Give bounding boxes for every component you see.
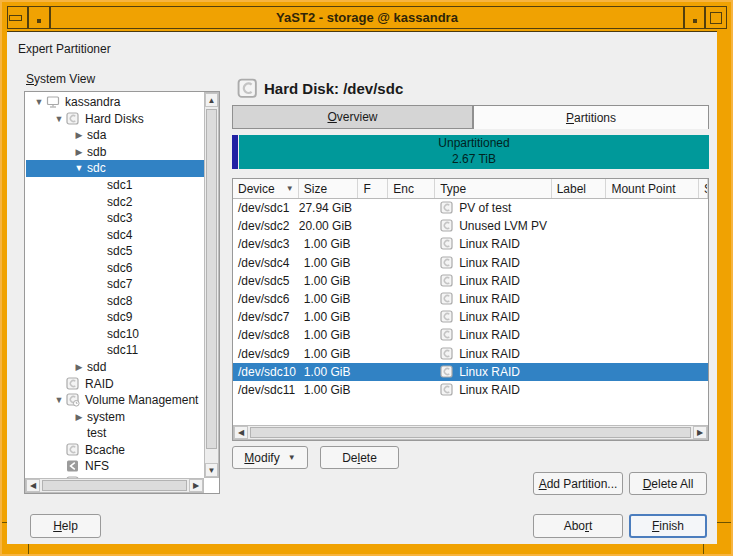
table-row--dev-sdc4[interactable]: /dev/sdc41.00 GiBLinux RAID xyxy=(233,254,708,272)
table-row--dev-sdc6[interactable]: /dev/sdc61.00 GiBLinux RAID xyxy=(233,290,708,308)
tab-partitions[interactable]: Partitions xyxy=(473,105,709,129)
collapse-arrow-icon[interactable]: ▼ xyxy=(52,114,66,124)
table-hscroll-thumb[interactable] xyxy=(250,427,691,438)
delete-all-button-label: Delete All xyxy=(643,477,694,491)
table-row--dev-sdc7[interactable]: /dev/sdc71.00 GiBLinux RAID xyxy=(233,308,708,326)
tree-item-bcache[interactable]: Bcache xyxy=(26,441,204,458)
scroll-right-arrow[interactable]: ▶ xyxy=(693,426,707,439)
window-menu-button[interactable] xyxy=(28,6,50,29)
table-hscrollbar[interactable]: ◀ ▶ xyxy=(233,425,708,440)
delete-button[interactable]: Delete xyxy=(320,446,399,469)
column-header-type[interactable]: Type xyxy=(435,179,551,198)
abort-button[interactable]: Abort xyxy=(533,514,623,538)
tree-item-hard-disks[interactable]: ▼Hard Disks xyxy=(26,111,204,128)
expand-arrow-icon[interactable]: ▶ xyxy=(72,147,86,157)
column-header-label: Device xyxy=(238,182,275,196)
tree-vscroll-thumb[interactable] xyxy=(206,109,217,449)
tree-item-sdc4[interactable]: sdc4 xyxy=(26,226,204,243)
modify-button[interactable]: Modify ▼ xyxy=(232,446,308,469)
column-header-label[interactable]: Label xyxy=(552,179,607,198)
help-button[interactable]: Help xyxy=(30,514,101,538)
column-header-size[interactable]: Size xyxy=(299,179,359,198)
column-header-enc[interactable]: Enc xyxy=(388,179,435,198)
cell-device: /dev/sdc3 xyxy=(233,237,299,251)
tree-item-sdc[interactable]: ▼sdc xyxy=(26,160,204,177)
expand-arrow-icon[interactable]: ▶ xyxy=(72,130,86,140)
titlebar[interactable]: YaST2 - storage @ kassandra xyxy=(50,6,684,29)
disk-icon xyxy=(440,328,454,342)
column-header-s[interactable]: S xyxy=(699,179,708,198)
tree-item-sdd[interactable]: ▶sdd xyxy=(26,359,204,376)
table-row--dev-sdc11[interactable]: /dev/sdc111.00 GiBLinux RAID xyxy=(233,381,708,399)
finish-button-label: Finish xyxy=(652,519,684,533)
tree-hscroll-thumb[interactable] xyxy=(42,480,187,491)
system-view-tree[interactable]: ▼kassandra▼Hard Disks▶sda▶sdb▼sdcsdc1sdc… xyxy=(24,91,220,494)
tree-item-volume-management[interactable]: ▼Volume Management xyxy=(26,392,204,409)
table-row--dev-sdc9[interactable]: /dev/sdc91.00 GiBLinux RAID xyxy=(233,345,708,363)
cell-type: Linux RAID xyxy=(435,328,551,342)
table-row--dev-sdc5[interactable]: /dev/sdc51.00 GiBLinux RAID xyxy=(233,272,708,290)
tree-item-sdc3[interactable]: sdc3 xyxy=(26,210,204,227)
tree-item-sdc9[interactable]: sdc9 xyxy=(26,309,204,326)
expand-arrow-icon[interactable]: ▶ xyxy=(72,412,86,422)
window-title: YaST2 - storage @ kassandra xyxy=(276,10,458,25)
tree-item-sdc7[interactable]: sdc7 xyxy=(26,276,204,293)
tree-item-kassandra[interactable]: ▼kassandra xyxy=(26,94,204,111)
column-header-mount-point[interactable]: Mount Point xyxy=(606,179,699,198)
window-menu-button-right[interactable] xyxy=(684,6,705,29)
cell-type: Linux RAID xyxy=(435,347,551,361)
cell-text: Linux RAID xyxy=(459,237,520,251)
column-header-device[interactable]: Device▼ xyxy=(233,179,299,198)
tree-item-sda[interactable]: ▶sda xyxy=(26,127,204,144)
collapse-arrow-icon[interactable]: ▼ xyxy=(32,97,46,107)
partitions-table[interactable]: Device▼SizeFEncTypeLabelMount PointS /de… xyxy=(232,178,709,441)
scroll-down-arrow[interactable]: ▼ xyxy=(205,463,218,477)
finish-button[interactable]: Finish xyxy=(629,514,707,538)
tree-hscrollbar[interactable]: ◀ ▶ xyxy=(25,478,204,493)
tree-item-sdc8[interactable]: sdc8 xyxy=(26,293,204,310)
scroll-right-arrow[interactable]: ▶ xyxy=(189,479,203,492)
cell-size: 27.94 GiB xyxy=(299,201,359,215)
table-row--dev-sdc3[interactable]: /dev/sdc31.00 GiBLinux RAID xyxy=(233,235,708,253)
tree-item-label: kassandra xyxy=(64,95,120,109)
column-header-f[interactable]: F xyxy=(358,179,388,198)
collapse-arrow-icon[interactable]: ▼ xyxy=(72,163,86,173)
tree-item-sdc2[interactable]: sdc2 xyxy=(26,193,204,210)
add-partition-button[interactable]: Add Partition... xyxy=(533,472,623,495)
tree-item-sdc11[interactable]: sdc11 xyxy=(26,342,204,359)
tree-item-sdb[interactable]: ▶sdb xyxy=(26,144,204,161)
cell-size: 1.00 GiB xyxy=(299,256,359,270)
delete-all-button[interactable]: Delete All xyxy=(629,472,707,495)
cell-type: Linux RAID xyxy=(435,383,551,397)
tree-item-sdc6[interactable]: sdc6 xyxy=(26,259,204,276)
tree-item-sdc5[interactable]: sdc5 xyxy=(26,243,204,260)
column-header-label: F xyxy=(363,182,370,196)
tree-item-sdc10[interactable]: sdc10 xyxy=(26,326,204,343)
tree-item-test[interactable]: test xyxy=(26,425,204,442)
column-header-label: Enc xyxy=(393,182,414,196)
scroll-left-arrow[interactable]: ◀ xyxy=(234,426,248,439)
collapse-arrow-icon[interactable]: ▼ xyxy=(52,395,66,405)
cell-type: PV of test xyxy=(435,201,551,215)
tree-item-label: sdd xyxy=(86,360,106,374)
tree-item-system[interactable]: ▶system xyxy=(26,408,204,425)
table-row--dev-sdc1[interactable]: /dev/sdc127.94 GiBPV of test xyxy=(233,199,708,217)
table-row--dev-sdc8[interactable]: /dev/sdc81.00 GiBLinux RAID xyxy=(233,326,708,344)
cell-device: /dev/sdc5 xyxy=(233,274,299,288)
expand-arrow-icon[interactable]: ▶ xyxy=(72,362,86,372)
tree-item-nfs[interactable]: NFS xyxy=(26,458,204,475)
tree-item-label: sdc4 xyxy=(106,228,132,242)
tree-vscrollbar[interactable]: ▲ ▼ xyxy=(204,92,219,478)
stick-button[interactable] xyxy=(7,6,28,29)
tree-item-raid[interactable]: RAID xyxy=(26,375,204,392)
column-header-label: Size xyxy=(304,182,327,196)
table-row--dev-sdc2[interactable]: /dev/sdc220.00 GiBUnused LVM PV xyxy=(233,217,708,235)
tree-item-sdc1[interactable]: sdc1 xyxy=(26,177,204,194)
maximize-button[interactable] xyxy=(705,6,727,29)
scroll-up-arrow[interactable]: ▲ xyxy=(205,93,218,107)
scroll-left-arrow[interactable]: ◀ xyxy=(26,479,40,492)
menu-dot-icon xyxy=(37,19,41,23)
tab-overview[interactable]: Overview xyxy=(232,105,473,129)
tree-item-label: sdc1 xyxy=(106,178,132,192)
table-row--dev-sdc10[interactable]: /dev/sdc101.00 GiBLinux RAID xyxy=(233,363,708,381)
